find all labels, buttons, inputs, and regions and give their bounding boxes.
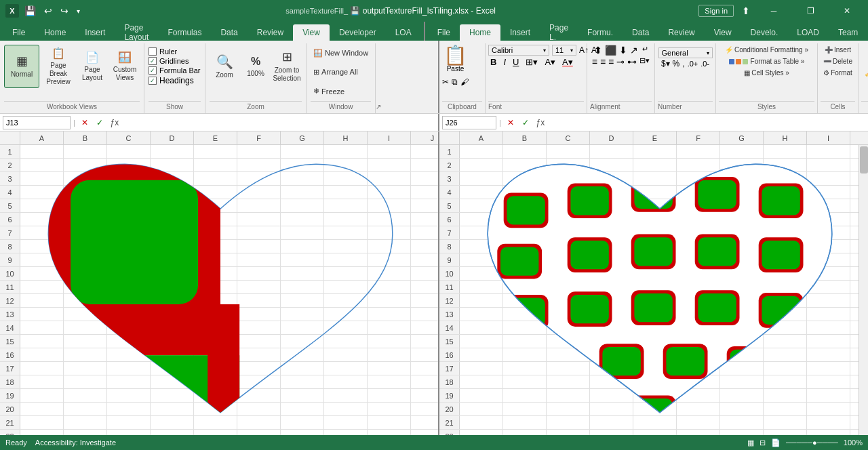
cell-left-8-7[interactable] xyxy=(324,240,368,253)
cell-right-3-4[interactable] xyxy=(633,172,677,185)
arrange-all-btn[interactable]: ⊞ Arrange All xyxy=(311,66,361,78)
cut-btn[interactable]: ✂ xyxy=(442,77,449,87)
cell-left-3-8[interactable] xyxy=(368,172,411,185)
row-num-13-left[interactable]: 13 xyxy=(0,308,20,321)
cell-right-16-1[interactable] xyxy=(503,348,547,361)
cell-left-17-1[interactable] xyxy=(64,362,107,375)
formula-input-left[interactable] xyxy=(124,116,435,129)
cell-left-11-5[interactable] xyxy=(237,281,281,293)
cell-right-2-1[interactable] xyxy=(503,159,547,171)
cell-left-7-5[interactable] xyxy=(237,226,281,239)
cancel-formula-btn-left[interactable]: ✕ xyxy=(78,116,92,129)
row-num-10-left[interactable]: 10 xyxy=(0,267,20,280)
ruler-checkbox[interactable]: Ruler xyxy=(149,47,201,56)
cell-right-8-7[interactable] xyxy=(764,240,807,253)
decrease-indent-btn[interactable]: ⊸ xyxy=(616,56,625,67)
cell-right-14-5[interactable] xyxy=(677,321,720,334)
cell-left-20-8[interactable] xyxy=(368,403,411,415)
row-num-4-left[interactable]: 4 xyxy=(0,186,20,199)
cell-right-8-5[interactable] xyxy=(677,240,720,253)
zoom-slider[interactable]: ─────●──── xyxy=(786,438,838,447)
border-btn[interactable]: ⊞▾ xyxy=(524,56,540,68)
cell-right-19-4[interactable] xyxy=(633,389,677,402)
cell-left-16-5[interactable] xyxy=(237,348,281,361)
cell-left-11-9[interactable] xyxy=(411,281,438,293)
row-num-20-left[interactable]: 20 xyxy=(0,403,20,415)
tab-home-left[interactable]: Home xyxy=(35,24,75,41)
cell-left-15-5[interactable] xyxy=(237,335,281,348)
percent-btn[interactable]: % xyxy=(673,59,680,68)
cell-left-3-9[interactable] xyxy=(411,172,438,185)
row-num-13-right[interactable]: 13 xyxy=(439,308,460,321)
cell-right-18-3[interactable] xyxy=(590,375,633,388)
insert-function-btn-left[interactable]: ƒx xyxy=(108,116,121,129)
cell-right-4-3[interactable] xyxy=(590,186,633,199)
cell-left-20-5[interactable] xyxy=(237,403,281,415)
cell-left-1-6[interactable] xyxy=(281,145,324,158)
paste-btn[interactable]: 📋 Paste xyxy=(442,45,469,74)
headings-checkbox[interactable]: Headings xyxy=(149,76,201,85)
cell-right-13-2[interactable] xyxy=(547,308,590,321)
cell-right-13-0[interactable] xyxy=(460,308,503,321)
zoom-selection-btn[interactable]: ⊞ Zoom to Selection xyxy=(272,45,302,88)
cell-left-9-1[interactable] xyxy=(64,253,107,266)
cell-left-4-1[interactable] xyxy=(64,186,107,199)
sign-in-btn[interactable]: Sign in xyxy=(698,5,734,17)
cell-left-21-8[interactable] xyxy=(368,416,411,429)
row-num-2-left[interactable]: 2 xyxy=(0,159,20,171)
cell-left-18-0[interactable] xyxy=(20,375,64,388)
cell-left-9-2[interactable] xyxy=(107,253,151,266)
cell-right-16-0[interactable] xyxy=(460,348,503,361)
cell-right-1-4[interactable] xyxy=(633,145,677,158)
scrollbar-thumb[interactable] xyxy=(860,146,868,173)
zoom-btn[interactable]: 🔍 Zoom xyxy=(210,45,239,88)
col-F-left[interactable]: F xyxy=(237,131,281,144)
cell-left-11-8[interactable] xyxy=(368,281,411,293)
row-num-7-left[interactable]: 7 xyxy=(0,226,20,239)
cell-right-14-7[interactable] xyxy=(764,321,807,334)
save-quick-btn[interactable]: 💾 xyxy=(22,4,39,18)
insert-function-btn-right[interactable]: ƒx xyxy=(534,116,547,129)
cell-left-15-3[interactable] xyxy=(151,335,194,348)
cell-right-21-7[interactable] xyxy=(764,416,807,429)
cell-left-16-0[interactable] xyxy=(20,348,64,361)
cell-left-18-5[interactable] xyxy=(237,375,281,388)
cell-right-10-5[interactable] xyxy=(677,267,720,280)
cell-left-5-1[interactable] xyxy=(64,199,107,212)
cell-right-10-1[interactable] xyxy=(503,267,547,280)
right-scrollbar[interactable] xyxy=(859,145,868,450)
cell-right-15-3[interactable] xyxy=(590,335,633,348)
cell-right-11-2[interactable] xyxy=(547,281,590,293)
cell-left-13-4[interactable] xyxy=(194,308,237,321)
cell-left-13-1[interactable] xyxy=(64,308,107,321)
cell-right-12-2[interactable] xyxy=(547,294,590,307)
cell-left-18-1[interactable] xyxy=(64,375,107,388)
cell-right-12-8[interactable] xyxy=(807,294,850,307)
cell-left-3-3[interactable] xyxy=(151,172,194,185)
cell-left-3-4[interactable] xyxy=(194,172,237,185)
cell-left-6-1[interactable] xyxy=(64,213,107,226)
cell-right-21-0[interactable] xyxy=(460,416,503,429)
cell-left-12-0[interactable] xyxy=(20,294,64,307)
cell-right-1-2[interactable] xyxy=(547,145,590,158)
row-num-12-left[interactable]: 12 xyxy=(0,294,20,307)
cell-left-19-3[interactable] xyxy=(151,389,194,402)
format-painter-btn[interactable]: 🖌 xyxy=(460,77,469,87)
tab-load-left[interactable]: LOA xyxy=(386,24,421,41)
cell-right-9-5[interactable] xyxy=(677,253,720,266)
cell-left-10-6[interactable] xyxy=(281,267,324,280)
row-num-20-right[interactable]: 20 xyxy=(439,403,460,415)
cell-right-21-6[interactable] xyxy=(720,416,764,429)
confirm-formula-btn-left[interactable]: ✓ xyxy=(93,116,106,129)
cell-right-12-3[interactable] xyxy=(590,294,633,307)
cell-right-6-2[interactable] xyxy=(547,213,590,226)
cell-left-20-0[interactable] xyxy=(20,403,64,415)
fill-color-btn[interactable]: A▾ xyxy=(542,56,557,68)
cell-left-7-1[interactable] xyxy=(64,226,107,239)
row-num-18-right[interactable]: 18 xyxy=(439,375,460,388)
normal-view-btn[interactable]: ▦ Normal xyxy=(4,45,39,88)
row-num-10-right[interactable]: 10 xyxy=(439,267,460,280)
cell-left-14-8[interactable] xyxy=(368,321,411,334)
cell-right-21-5[interactable] xyxy=(677,416,720,429)
cell-right-14-8[interactable] xyxy=(807,321,850,334)
